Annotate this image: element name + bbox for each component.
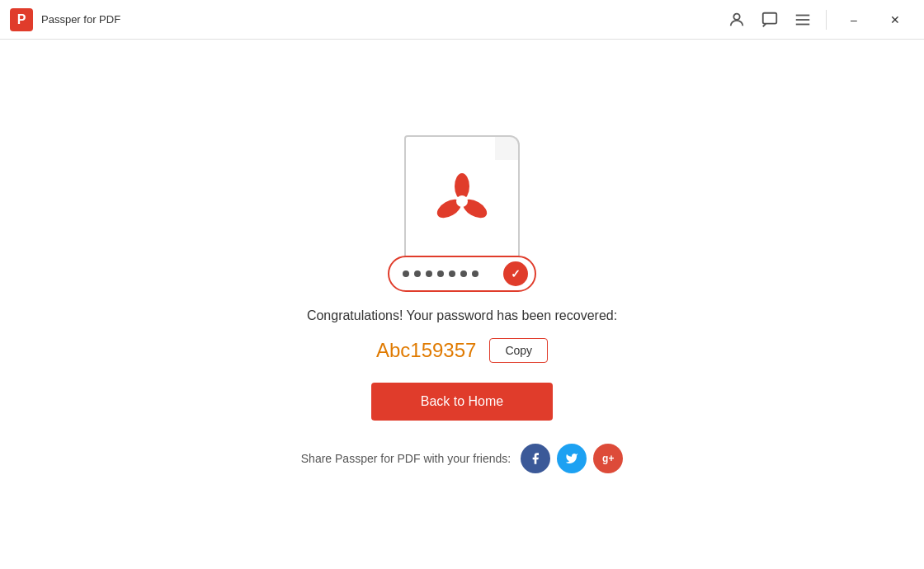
check-icon [503, 261, 528, 286]
window-controls: – ✕ [722, 5, 914, 35]
dot-7 [472, 270, 478, 277]
dot-6 [460, 270, 467, 277]
close-button[interactable]: ✕ [876, 5, 914, 35]
main-content: Congratulations! Your password has been … [0, 40, 924, 569]
svg-point-0 [733, 13, 739, 19]
back-home-button[interactable]: Back to Home [371, 383, 553, 421]
app-logo: P [10, 8, 33, 31]
title-bar: P Passper for PDF – ✕ [0, 0, 924, 40]
dot-5 [449, 270, 455, 277]
google-plus-label: g+ [602, 453, 614, 464]
copy-button[interactable]: Copy [489, 338, 548, 363]
account-icon[interactable] [722, 5, 752, 35]
password-display: Abc159357 Copy [376, 338, 548, 363]
titlebar-separator [826, 10, 827, 30]
acrobat-logo [429, 168, 495, 234]
logo-letter: P [17, 13, 26, 26]
google-plus-button[interactable]: g+ [593, 444, 623, 473]
congrats-message: Congratulations! Your password has been … [307, 308, 617, 323]
dot-2 [414, 270, 421, 277]
minimize-button[interactable]: – [835, 5, 873, 35]
recovered-password: Abc159357 [376, 339, 476, 362]
pdf-document [404, 135, 520, 267]
share-section: Share Passper for PDF with your friends:… [301, 444, 623, 473]
twitter-button[interactable] [557, 444, 587, 473]
dot-1 [403, 270, 409, 277]
password-dots [403, 270, 478, 277]
dot-3 [426, 270, 432, 277]
password-bar [388, 256, 536, 292]
chat-icon[interactable] [755, 5, 785, 35]
svg-point-8 [456, 195, 468, 207]
social-icons: g+ [521, 444, 623, 473]
share-text: Share Passper for PDF with your friends: [301, 452, 511, 465]
menu-icon[interactable] [788, 5, 818, 35]
dot-4 [437, 270, 444, 277]
app-title: Passper for PDF [41, 13, 722, 26]
svg-rect-1 [763, 12, 777, 23]
pdf-illustration [396, 135, 528, 292]
facebook-button[interactable] [521, 444, 550, 473]
